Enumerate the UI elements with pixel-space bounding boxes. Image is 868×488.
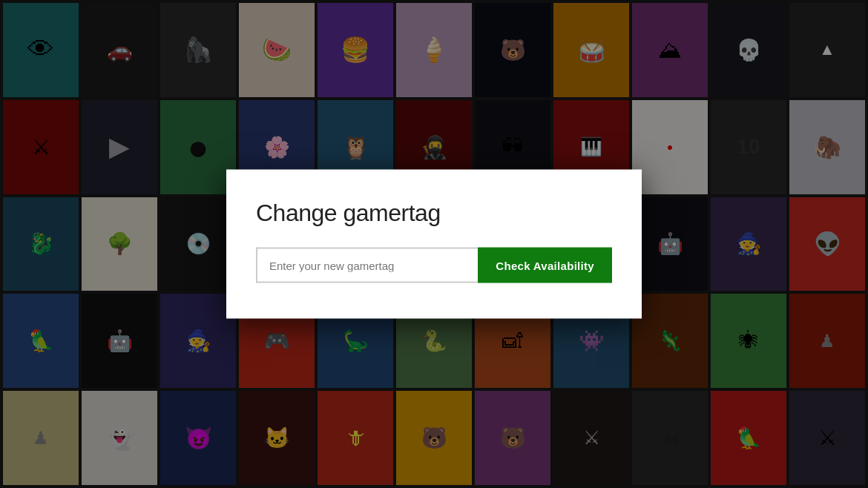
dialog-title: Change gamertag (256, 200, 612, 227)
gamertag-input[interactable] (256, 248, 478, 283)
change-gamertag-dialog: Change gamertag Check Availability (226, 170, 642, 319)
check-availability-button[interactable]: Check Availability (478, 248, 612, 283)
input-row: Check Availability (256, 248, 612, 283)
